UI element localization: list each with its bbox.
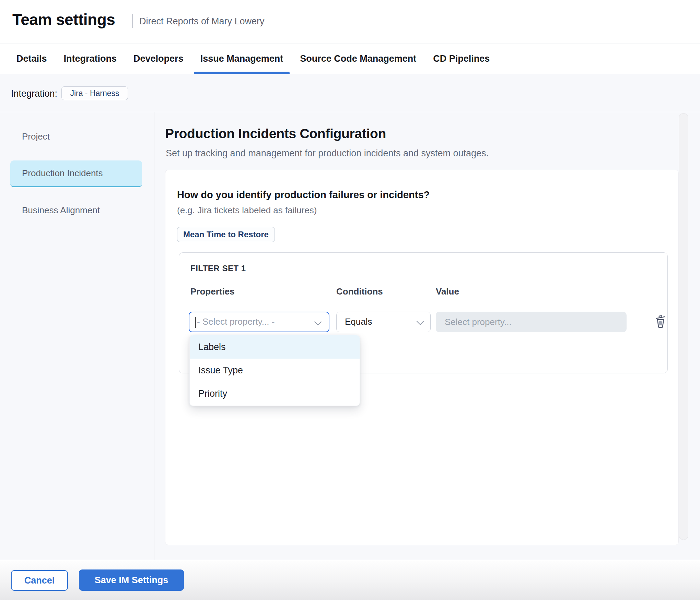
sidebar-item-production-incidents[interactable]: Production Incidents [10,160,142,187]
sidebar-divider [154,112,154,560]
filter-set-title: FILTER SET 1 [190,264,246,273]
page-subtitle: Direct Reports of Mary Lowery [139,16,265,27]
dropdown-option-labels[interactable]: Labels [190,335,360,359]
value-input[interactable] [436,312,627,332]
text-caret [195,317,196,328]
cancel-button[interactable]: Cancel [11,570,68,591]
tab-cd-pipelines[interactable]: CD Pipelines [427,44,496,74]
trash-icon [654,314,667,330]
vertical-scrollbar[interactable] [679,113,688,540]
footer-bar: Cancel Save IM Settings [0,560,700,600]
tab-issue-management[interactable]: Issue Management [194,44,290,74]
card-question: How do you identify production failures … [177,189,430,201]
condition-select-value: Equals [345,312,372,332]
chevron-down-icon [417,318,424,325]
tab-source-code-management[interactable]: Source Code Management [293,44,423,74]
sidebar-item-project[interactable]: Project [10,123,142,149]
chevron-down-icon [314,318,322,325]
integration-label: Integration: [11,88,57,99]
title-separator [132,14,133,28]
sidebar-item-business-alignment[interactable]: Business Alignment [10,197,142,223]
tab-details[interactable]: Details [10,44,54,74]
content-top-divider [0,112,700,112]
tab-developers[interactable]: Developers [127,44,190,74]
page-title: Team settings [12,10,115,29]
card-hint: (e.g. Jira tickets labeled as failures) [177,205,317,216]
save-im-settings-button[interactable]: Save IM Settings [79,569,184,591]
condition-select[interactable]: Equals [336,312,431,332]
property-select[interactable]: - Select property... - [189,312,329,332]
dropdown-option-issue-type[interactable]: Issue Type [190,359,360,382]
section-subtitle: Set up tracking and management for produ… [166,148,489,159]
dropdown-option-priority[interactable]: Priority [190,382,360,406]
incidents-config-card: How do you identify production failures … [165,170,679,545]
tab-bar: Details Integrations Developers Issue Ma… [0,44,700,74]
column-label-conditions: Conditions [336,286,383,297]
tab-integrations[interactable]: Integrations [57,44,124,74]
property-select-placeholder: - Select property... - [197,312,275,331]
team-settings-page: Team settings Direct Reports of Mary Low… [0,0,700,600]
column-label-value: Value [436,286,459,297]
section-title: Production Incidents Configuration [165,126,386,141]
delete-filter-button[interactable] [654,313,667,330]
column-label-properties: Properties [190,286,235,297]
integration-chip[interactable]: Jira - Harness [61,86,128,100]
metric-tab-mean-time-to-restore[interactable]: Mean Time to Restore [177,227,275,242]
property-dropdown-menu: Labels Issue Type Priority [189,335,360,406]
